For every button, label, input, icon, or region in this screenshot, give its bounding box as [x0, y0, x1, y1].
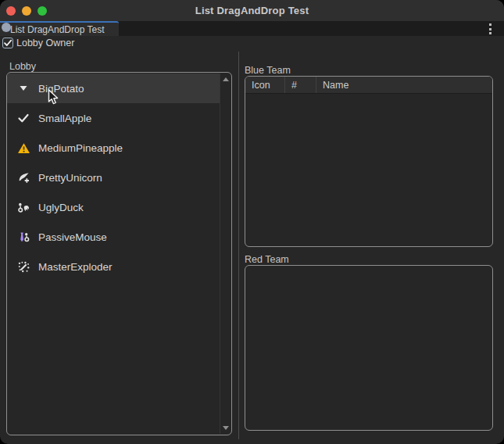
- kebab-dot: [489, 23, 491, 26]
- titlebar[interactable]: List DragAndDrop Test: [0, 0, 504, 21]
- window-controls: [6, 6, 47, 16]
- particle-burst-icon: [16, 260, 30, 274]
- list-item-uglyduck[interactable]: UglyDuck: [7, 192, 220, 222]
- lobby-scrollbar[interactable]: [220, 73, 231, 434]
- list-item-mediumpineapple[interactable]: MediumPineapple: [7, 133, 220, 163]
- lobby-listview[interactable]: BigPotato SmallApple: [6, 72, 232, 435]
- checkbox-checked-icon[interactable]: [2, 38, 13, 48]
- list-item-label: SmallApple: [38, 113, 91, 124]
- lobby-rows: BigPotato SmallApple: [7, 73, 220, 281]
- scroll-down-arrow-icon[interactable]: [223, 426, 229, 430]
- close-button[interactable]: [6, 6, 16, 16]
- list-item-label: PassiveMouse: [38, 231, 107, 243]
- blue-team-listview[interactable]: Icon # Name: [245, 76, 493, 247]
- ik-rig-icon: [16, 200, 30, 214]
- minimize-button[interactable]: [22, 6, 31, 16]
- window-title: List DragAndDrop Test: [195, 5, 309, 16]
- avatar-add-icon: [16, 170, 30, 184]
- column-header-icon[interactable]: Icon: [245, 77, 285, 93]
- list-item-label: MasterExploder: [38, 261, 113, 273]
- list-item-label: UglyDuck: [38, 202, 84, 213]
- column-header-number[interactable]: #: [285, 77, 316, 93]
- screenshot-stage: List DragAndDrop Test List DragAndDrop T…: [0, 0, 504, 444]
- list-item-passivemouse[interactable]: PassiveMouse: [7, 222, 220, 252]
- red-team-label: Red Team: [245, 254, 289, 265]
- blue-team-header: Icon # Name: [245, 77, 492, 94]
- lobby-owner-label: Lobby Owner: [16, 38, 74, 48]
- kebab-dot: [489, 32, 491, 34]
- column-header-name[interactable]: Name: [316, 77, 492, 93]
- blue-team-label: Blue Team: [245, 65, 291, 76]
- tab-list-draganddrop-test[interactable]: List DragAndDrop Test: [0, 21, 119, 36]
- red-team-listview[interactable]: [245, 265, 493, 431]
- blue-team-drop-area[interactable]: [245, 94, 492, 246]
- tab-bar: List DragAndDrop Test: [0, 21, 504, 36]
- tab-label: List DragAndDrop Test: [10, 24, 105, 35]
- lobby-owner-toggle[interactable]: Lobby Owner: [2, 38, 74, 48]
- app-window: List DragAndDrop Test List DragAndDrop T…: [0, 0, 504, 444]
- list-item-prettyunicorn[interactable]: PrettyUnicorn: [7, 163, 220, 192]
- kebab-dot: [489, 28, 491, 30]
- scroll-up-arrow-icon[interactable]: [223, 77, 229, 81]
- list-item-smallapple[interactable]: SmallApple: [7, 103, 220, 133]
- list-item-label: PrettyUnicorn: [38, 172, 102, 184]
- lobby-pane-label: Lobby: [9, 61, 36, 72]
- list-item-label: BigPotato: [38, 83, 84, 95]
- warning-triangle-icon: [16, 141, 30, 155]
- list-item-label: MediumPineapple: [38, 142, 123, 154]
- list-item-masterexploder[interactable]: MasterExploder: [7, 252, 220, 281]
- dropdown-triangle-icon: [16, 81, 30, 95]
- constraint-icon: [16, 230, 30, 244]
- red-team-drop-area[interactable]: [245, 266, 492, 430]
- list-item-bigpotato[interactable]: BigPotato: [7, 73, 220, 103]
- pane-splitter[interactable]: [238, 52, 239, 439]
- zoom-button[interactable]: [38, 6, 47, 16]
- tab-drag-dot-icon: [2, 23, 11, 32]
- more-menu-button[interactable]: [485, 23, 495, 34]
- checkmark-icon: [16, 111, 30, 125]
